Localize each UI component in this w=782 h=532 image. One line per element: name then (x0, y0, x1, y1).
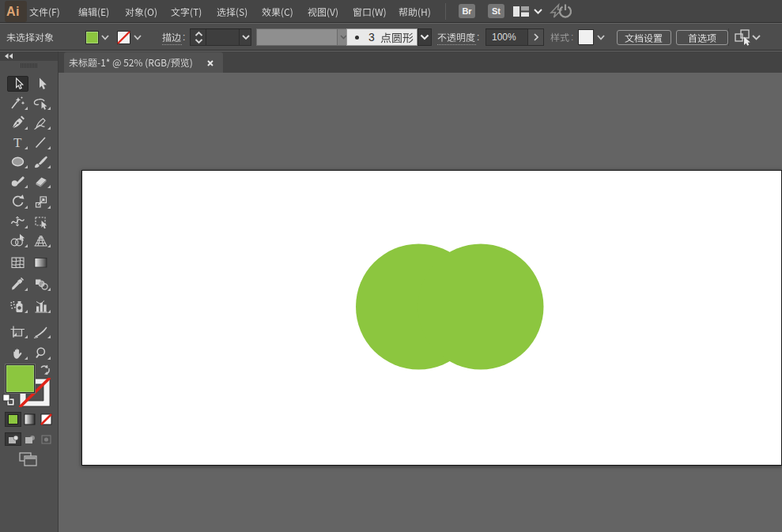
svg-text:T: T (13, 135, 22, 150)
